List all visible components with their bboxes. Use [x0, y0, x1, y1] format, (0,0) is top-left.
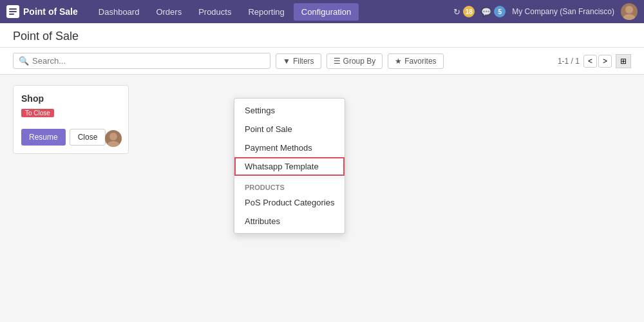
dropdown-settings[interactable]: Settings: [234, 101, 345, 120]
dropdown-point-of-sale[interactable]: Point of Sale: [234, 120, 345, 138]
brand-icon: [6, 5, 19, 18]
messages-count: 5: [494, 6, 506, 17]
messages-badge[interactable]: 💬 5: [481, 6, 506, 17]
page-container: Point of Sale 🔍 ▼ Filters ☰ Group By ★ F…: [0, 23, 644, 322]
shop-avatar: [105, 130, 122, 147]
dropdown-divider: [234, 178, 345, 178]
filter-icon: ▼: [283, 57, 290, 66]
search-input[interactable]: [32, 56, 265, 66]
dropdown-pos-product-categories[interactable]: PoS Product Categories: [234, 193, 345, 212]
updates-badge[interactable]: ↻ 18: [453, 6, 475, 17]
main-content: Shop To Close Resume Close Settings Poin…: [0, 75, 644, 322]
main-nav: Dashboard Orders Products Reporting Conf…: [91, 3, 453, 21]
dropdown-payment-methods[interactable]: Payment Methods: [234, 138, 345, 157]
grid-view-button[interactable]: ⊞: [616, 54, 631, 68]
dropdown-whatsapp-template[interactable]: Whatsapp Template: [234, 157, 345, 176]
svg-point-3: [625, 6, 633, 14]
configuration-dropdown: Settings Point of Sale Payment Methods W…: [234, 98, 345, 234]
shop-card: Shop To Close Resume Close: [13, 85, 129, 154]
navbar-right: ↻ 18 💬 5 My Company (San Francisco): [453, 3, 638, 20]
svg-rect-1: [9, 11, 17, 12]
nav-dashboard[interactable]: Dashboard: [91, 3, 147, 21]
shop-card-title: Shop: [21, 93, 120, 104]
nav-configuration[interactable]: Configuration: [294, 3, 359, 21]
navbar: Point of Sale Dashboard Orders Products …: [0, 0, 644, 23]
pagination-nav: < >: [583, 55, 612, 68]
search-bar-area: 🔍 ▼ Filters ☰ Group By ★ Favorites 1-1 /…: [0, 48, 644, 75]
star-icon: ★: [395, 57, 402, 66]
nav-reporting[interactable]: Reporting: [240, 3, 292, 21]
close-shop-button[interactable]: Close: [70, 129, 106, 146]
svg-point-5: [109, 133, 117, 140]
svg-point-4: [623, 14, 636, 20]
brand-text: Point of Sale: [23, 6, 78, 17]
filters-button[interactable]: ▼ Filters: [276, 53, 321, 69]
nav-products[interactable]: Products: [191, 3, 239, 21]
shop-status-badge: To Close: [21, 109, 54, 117]
page-title: Point of Sale: [13, 30, 631, 43]
groupby-icon: ☰: [334, 57, 341, 66]
favorites-button[interactable]: ★ Favorites: [388, 53, 443, 69]
updates-count: 18: [463, 6, 475, 17]
pagination-next[interactable]: >: [598, 55, 612, 68]
pagination-info: 1-1 / 1 < > ⊞: [558, 54, 631, 68]
company-name[interactable]: My Company (San Francisco): [512, 7, 614, 16]
refresh-icon: ↻: [453, 7, 460, 17]
svg-rect-2: [9, 14, 14, 15]
pagination-prev[interactable]: <: [583, 55, 597, 68]
chat-icon: 💬: [481, 7, 491, 17]
groupby-button[interactable]: ☰ Group By: [327, 53, 383, 69]
dropdown-attributes[interactable]: Attributes: [234, 212, 345, 231]
svg-point-6: [107, 141, 120, 147]
dropdown-products-section: Products: [234, 180, 345, 193]
avatar[interactable]: [621, 3, 638, 20]
pagination-text: 1-1 / 1: [558, 57, 580, 66]
svg-rect-0: [9, 8, 17, 10]
brand[interactable]: Point of Sale: [6, 5, 78, 18]
resume-button[interactable]: Resume: [21, 129, 66, 146]
search-wrapper[interactable]: 🔍: [13, 53, 270, 69]
search-icon: 🔍: [19, 56, 29, 66]
nav-orders[interactable]: Orders: [148, 3, 189, 21]
view-toggle: ⊞: [616, 54, 631, 68]
page-header: Point of Sale: [0, 23, 644, 48]
